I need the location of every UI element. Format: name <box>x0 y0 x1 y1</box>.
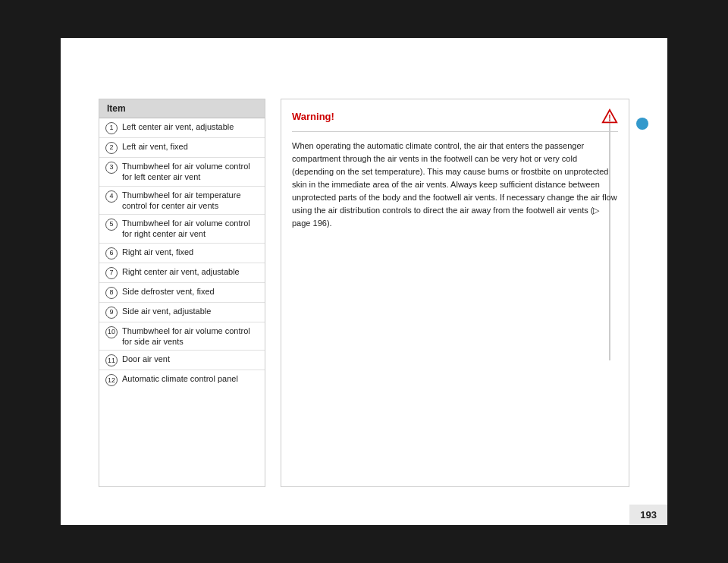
item-label: Automatic climate control panel <box>122 373 259 384</box>
item-label: Thumbwheel for air volume control for ri… <box>122 218 259 240</box>
page-number: 193 <box>629 505 667 525</box>
item-label: Right air vent, fixed <box>122 247 259 257</box>
table-row: 11 Door air vent <box>99 351 265 370</box>
warning-text: When operating the automatic climate con… <box>292 140 618 230</box>
table-row: 2 Left air vent, fixed <box>99 138 265 158</box>
table-row: 1 Left center air vent, adjustable <box>99 118 265 138</box>
blue-indicator <box>636 118 648 130</box>
item-label: Side defroster vent, fixed <box>122 286 259 297</box>
table-row: 5 Thumbwheel for air volume control for … <box>99 215 265 244</box>
table-row: 3 Thumbwheel for air volume control for … <box>99 158 265 187</box>
item-number: 1 <box>105 122 118 134</box>
item-number: 3 <box>105 162 118 174</box>
item-label: Side air vent, adjustable <box>122 306 259 316</box>
item-number: 8 <box>105 287 118 299</box>
table-row: 10 Thumbwheel for air volume control for… <box>99 322 265 351</box>
item-number: 11 <box>105 354 118 366</box>
item-number: 9 <box>105 307 118 319</box>
item-number: 6 <box>105 247 118 259</box>
content-area: Item 1 Left center air vent, adjustable … <box>99 99 629 487</box>
warning-header: Warning! ! <box>292 109 618 132</box>
table-header: Item <box>99 99 265 118</box>
item-number: 12 <box>105 374 118 386</box>
item-label: Door air vent <box>122 354 259 364</box>
item-label: Left air vent, fixed <box>122 141 259 152</box>
item-number: 5 <box>105 219 118 231</box>
svg-text:!: ! <box>608 114 610 122</box>
table-row: 9 Side air vent, adjustable <box>99 303 265 322</box>
warning-icon: ! <box>601 109 618 125</box>
item-label: Right center air vent, adjustable <box>122 266 259 277</box>
table-row: 7 Right center air vent, adjustable <box>99 263 265 283</box>
item-number: 4 <box>105 190 118 203</box>
warning-title: Warning! <box>292 109 334 124</box>
item-label: Thumbwheel for air volume control for le… <box>122 161 259 183</box>
table-row: 8 Side defroster vent, fixed <box>99 283 265 303</box>
item-number: 10 <box>105 326 118 338</box>
item-number: 2 <box>105 142 118 154</box>
table-rows: 1 Left center air vent, adjustable 2 Lef… <box>99 118 265 389</box>
item-label: Thumbwheel for air temperature control f… <box>122 190 259 212</box>
item-label: Thumbwheel for air volume control for si… <box>122 326 259 348</box>
table-row: 6 Right air vent, fixed <box>99 244 265 263</box>
item-label: Left center air vent, adjustable <box>122 121 259 132</box>
item-table: Item 1 Left center air vent, adjustable … <box>99 99 265 487</box>
table-row: 4 Thumbwheel for air temperature control… <box>99 187 265 215</box>
table-row: 12 Automatic climate control panel <box>99 370 265 389</box>
warning-box: Warning! ! When operating the automatic … <box>281 99 629 487</box>
item-number: 7 <box>105 267 118 279</box>
